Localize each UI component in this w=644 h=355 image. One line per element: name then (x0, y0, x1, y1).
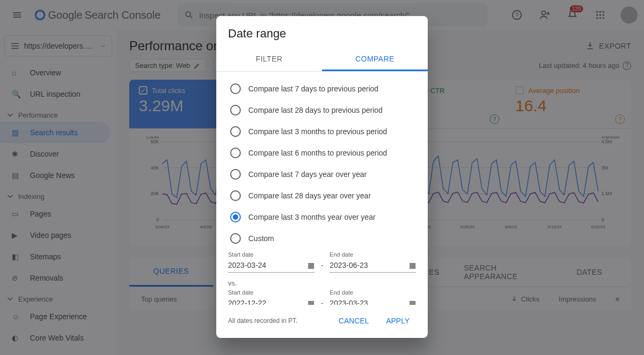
dialog-title: Date range (228, 27, 416, 41)
modal-scrim[interactable]: Date range FILTER COMPARE Compare last 7… (0, 0, 644, 355)
opt-7d-prev[interactable]: Compare last 7 days to previous period (228, 78, 416, 99)
radio-icon (230, 233, 241, 244)
radio-icon (230, 148, 241, 158)
opt-7d-yoy[interactable]: Compare last 7 days year over year (228, 164, 416, 185)
vs-label: vs. (228, 279, 416, 287)
end-date-1[interactable]: End date 2023-06-23▦ (329, 251, 416, 273)
date-range-dialog: Date range FILTER COMPARE Compare last 7… (216, 16, 428, 338)
calendar-icon[interactable]: ▦ (308, 299, 315, 305)
compare-options: Compare last 7 days to previous period C… (228, 72, 416, 305)
radio-icon (230, 190, 241, 201)
opt-6m-prev[interactable]: Compare last 6 months to previous period (228, 142, 416, 164)
cancel-button[interactable]: CANCEL (332, 312, 375, 329)
radio-icon (230, 105, 241, 115)
opt-3m-prev[interactable]: Compare last 3 months to previous period (228, 121, 416, 142)
opt-28d-yoy[interactable]: Compare last 28 days year over year (228, 185, 416, 206)
dialog-tab-filter[interactable]: FILTER (216, 48, 322, 71)
calendar-icon[interactable]: ▦ (409, 261, 416, 269)
dialog-tab-compare[interactable]: COMPARE (322, 48, 428, 71)
calendar-icon[interactable]: ▦ (409, 299, 416, 305)
apply-button[interactable]: APPLY (380, 312, 416, 329)
start-date-1[interactable]: Start date 2023-03-24▦ (228, 251, 315, 273)
opt-3m-yoy[interactable]: Compare last 3 months year over year (228, 206, 416, 228)
opt-28d-prev[interactable]: Compare last 28 days to previous period (228, 99, 416, 121)
end-date-2[interactable]: End date 2023-03-23▦ (329, 289, 416, 305)
radio-icon (230, 169, 241, 180)
calendar-icon[interactable]: ▦ (308, 261, 315, 269)
start-date-2[interactable]: Start date 2022-12-22▦ (228, 289, 315, 305)
range-separator: - (320, 299, 325, 305)
timezone-note: All dates recorded in PT. (228, 317, 297, 325)
radio-icon (230, 212, 241, 222)
opt-custom[interactable]: Custom (228, 228, 416, 249)
radio-icon (230, 126, 241, 137)
radio-icon (230, 83, 241, 94)
range-separator: - (320, 261, 325, 273)
